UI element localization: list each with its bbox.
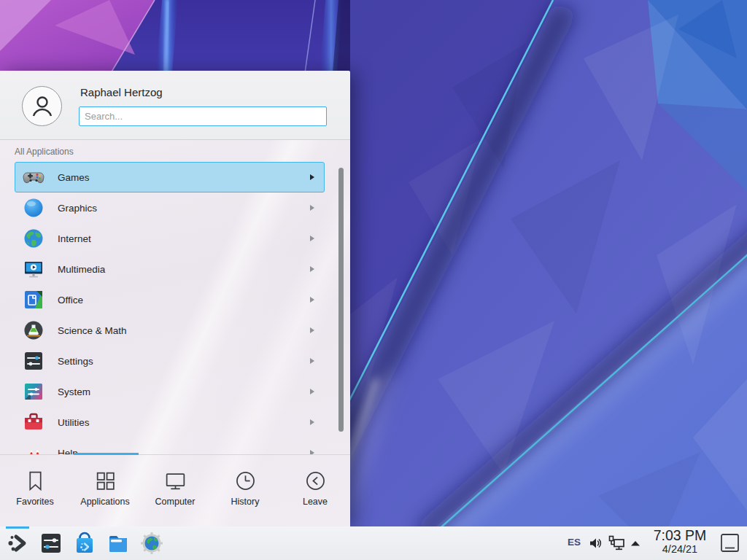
- section-label: All Applications: [15, 147, 74, 157]
- category-label: Graphics: [58, 203, 97, 214]
- tab-label: History: [231, 497, 260, 507]
- category-utilities[interactable]: Utilities: [15, 407, 325, 438]
- tab-history[interactable]: History: [210, 458, 280, 526]
- submenu-arrow-icon: [310, 358, 314, 364]
- submenu-arrow-icon: [310, 297, 314, 303]
- toolbox-icon: [22, 411, 45, 434]
- flask-icon: [22, 319, 45, 342]
- tab-computer[interactable]: Computer: [140, 458, 210, 526]
- category-games[interactable]: Games: [15, 162, 325, 192]
- sphere-icon: [22, 196, 45, 219]
- app-launcher-icon[interactable]: [6, 532, 29, 555]
- application-category-list: Games Graphics: [0, 162, 350, 454]
- tab-label: Computer: [155, 497, 196, 507]
- active-tab-indicator: [74, 453, 139, 455]
- tab-label: Favorites: [16, 497, 53, 507]
- desktop: Raphael Hertzog All Applications: [0, 0, 747, 560]
- category-label: Multimedia: [58, 264, 105, 275]
- monitor-play-icon: [22, 257, 45, 281]
- leave-icon: [303, 469, 328, 493]
- submenu-arrow-icon: [310, 419, 314, 425]
- scrollbar[interactable]: [338, 168, 344, 432]
- system-sliders-icon: [22, 380, 45, 403]
- launcher-open-indicator: [6, 526, 29, 529]
- user-icon: [28, 92, 57, 121]
- submenu-arrow-icon: [310, 174, 314, 180]
- category-label: System: [58, 386, 90, 397]
- category-help[interactable]: Help: [15, 438, 325, 454]
- submenu-arrow-icon: [310, 327, 314, 333]
- category-label: Settings: [58, 356, 93, 367]
- settings-sliders-icon: [22, 349, 45, 373]
- category-label: Internet: [58, 233, 91, 244]
- app-grid-icon: [93, 469, 117, 493]
- category-system[interactable]: System: [15, 376, 325, 407]
- clock-time: 7:03 PM: [646, 528, 713, 543]
- volume-icon[interactable]: [588, 536, 603, 551]
- show-desktop-icon[interactable]: [720, 533, 740, 553]
- clock-date: 4/24/21: [646, 543, 713, 556]
- user-name: Raphael Hertzog: [80, 86, 163, 98]
- taskbar-panel: ES 7:03 PM 4/24/21: [0, 526, 747, 560]
- tab-label: Leave: [303, 497, 328, 507]
- category-science-math[interactable]: Science & Math: [15, 315, 325, 346]
- history-clock-icon: [233, 469, 258, 493]
- tab-leave[interactable]: Leave: [280, 458, 350, 526]
- globe-icon: [22, 227, 45, 250]
- submenu-arrow-icon: [310, 236, 314, 241]
- launcher-header: Raphael Hertzog: [0, 71, 350, 140]
- category-label: Office: [58, 295, 83, 306]
- submenu-arrow-icon: [310, 389, 314, 394]
- user-avatar[interactable]: [22, 86, 62, 126]
- tab-bar-divider: [0, 454, 350, 455]
- bookmark-icon: [23, 469, 47, 493]
- submenu-arrow-icon: [310, 205, 314, 211]
- gamepad-icon: [22, 166, 45, 189]
- category-label: Utilities: [58, 417, 90, 428]
- tab-favorites[interactable]: Favorites: [0, 458, 70, 526]
- digital-clock[interactable]: 7:03 PM 4/24/21: [646, 528, 713, 556]
- office-document-icon: [22, 288, 45, 311]
- web-browser-icon[interactable]: [140, 532, 163, 555]
- submenu-arrow-icon: [310, 266, 314, 272]
- keyboard-layout-indicator[interactable]: ES: [568, 537, 581, 548]
- application-launcher-menu: Raphael Hertzog All Applications: [0, 71, 350, 526]
- tab-label: Applications: [80, 497, 129, 507]
- category-multimedia[interactable]: Multimedia: [15, 254, 325, 284]
- category-graphics[interactable]: Graphics: [15, 192, 325, 223]
- category-label: Science & Math: [58, 325, 127, 336]
- category-label: Games: [58, 172, 90, 183]
- system-settings-icon[interactable]: [39, 532, 63, 555]
- file-manager-icon[interactable]: [107, 532, 130, 555]
- expand-tray-icon[interactable]: [630, 540, 641, 547]
- launcher-tab-bar: Favorites Applications Computer: [0, 458, 350, 526]
- tab-applications[interactable]: Applications: [70, 458, 140, 526]
- search-input[interactable]: [79, 106, 327, 126]
- category-internet[interactable]: Internet: [15, 223, 325, 254]
- category-settings[interactable]: Settings: [15, 346, 325, 376]
- lifebuoy-icon: [22, 441, 45, 454]
- computer-icon: [163, 469, 187, 493]
- category-office[interactable]: Office: [15, 284, 325, 315]
- discover-icon[interactable]: [73, 532, 96, 555]
- network-icon[interactable]: [608, 535, 625, 551]
